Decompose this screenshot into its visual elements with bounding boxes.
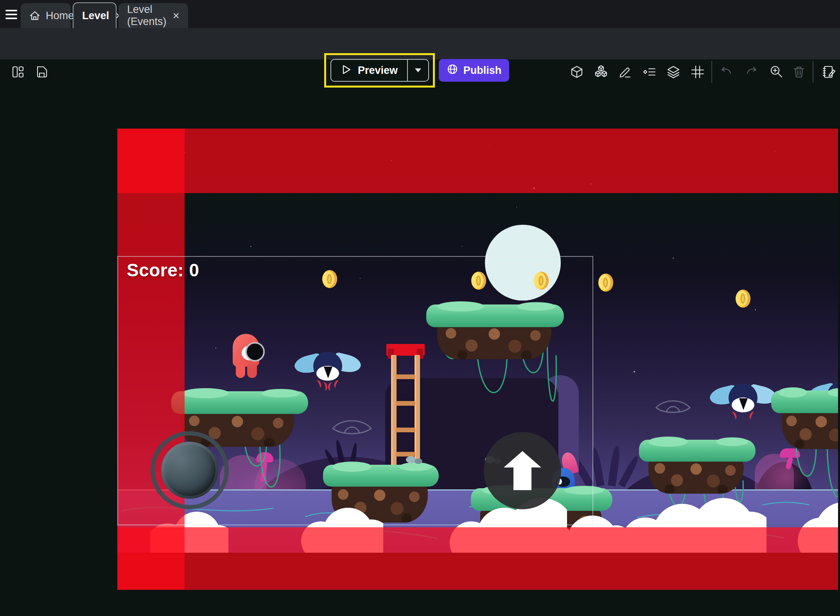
publish-button[interactable]: Publish: [439, 59, 509, 82]
tab-level-events[interactable]: Level (Events) ×: [118, 3, 188, 28]
preview-button[interactable]: Preview: [330, 59, 429, 82]
coin[interactable]: [534, 272, 549, 290]
moon[interactable]: [485, 225, 561, 301]
platform[interactable]: [426, 304, 564, 327]
editor-canvas[interactable]: Score: 0 987;728: [0, 59, 840, 616]
tab-label: Home: [46, 10, 74, 22]
platform-dirt[interactable]: [648, 458, 744, 494]
undo-icon[interactable]: [720, 65, 734, 79]
coin[interactable]: [322, 270, 337, 288]
close-icon[interactable]: ×: [172, 10, 181, 21]
eye-decoration: [654, 397, 692, 418]
tab-level[interactable]: Level ×: [73, 2, 117, 28]
save-icon[interactable]: [34, 65, 48, 79]
up-arrow-icon: [504, 451, 541, 490]
platform[interactable]: [171, 391, 308, 414]
coin[interactable]: [736, 290, 750, 308]
eye-decoration: [330, 416, 373, 440]
toolbar: Preview Publish: [0, 28, 840, 59]
chevron-down-icon: [415, 68, 421, 72]
preview-dropdown-button[interactable]: [407, 60, 428, 81]
instances-cubes-icon[interactable]: [594, 65, 608, 79]
toolbar-separator: [813, 61, 813, 83]
player-character[interactable]: [233, 334, 262, 379]
stone: [415, 458, 422, 464]
object-list-icon[interactable]: [643, 65, 657, 79]
level-scene[interactable]: [117, 129, 838, 553]
bat-enemy[interactable]: [294, 349, 361, 388]
edit-pencil-icon[interactable]: [618, 65, 632, 79]
coin[interactable]: [471, 272, 486, 290]
play-icon: [341, 64, 352, 76]
delete-trash-icon[interactable]: [792, 65, 806, 79]
redo-icon[interactable]: [744, 65, 758, 79]
preview-label: Preview: [358, 64, 398, 77]
menu-hamburger-icon[interactable]: [5, 9, 18, 20]
events-sheet-icon[interactable]: [822, 65, 836, 79]
platform[interactable]: [639, 440, 756, 462]
globe-icon: [447, 63, 458, 78]
tab-label: Level (Events): [127, 4, 167, 28]
tab-home[interactable]: Home: [21, 3, 71, 28]
score-hud: Score: 0: [127, 260, 199, 281]
layout-panels-icon[interactable]: [11, 65, 25, 79]
platform[interactable]: [771, 390, 838, 413]
bat-enemy[interactable]: [710, 380, 776, 419]
platform-dirt[interactable]: [437, 323, 551, 359]
coin[interactable]: [598, 274, 613, 292]
publish-label: Publish: [463, 64, 502, 77]
layers-icon[interactable]: [666, 65, 680, 79]
grid-icon[interactable]: [691, 65, 705, 79]
ladder[interactable]: [386, 344, 425, 467]
zoom-in-icon[interactable]: [770, 65, 784, 79]
toolbar-separator: [711, 61, 712, 83]
home-icon: [29, 10, 40, 21]
platform[interactable]: [323, 465, 439, 487]
platform-dirt[interactable]: [782, 410, 838, 449]
preview-main-segment[interactable]: Preview: [331, 60, 407, 81]
jump-button[interactable]: [484, 432, 561, 509]
spike-bush: [587, 444, 630, 487]
object-cube-icon[interactable]: [570, 65, 584, 79]
tab-label: Level: [82, 10, 109, 22]
tab-bar: Home Level × Level (Events) ×: [0, 0, 840, 28]
joystick-knob[interactable]: [161, 442, 218, 499]
